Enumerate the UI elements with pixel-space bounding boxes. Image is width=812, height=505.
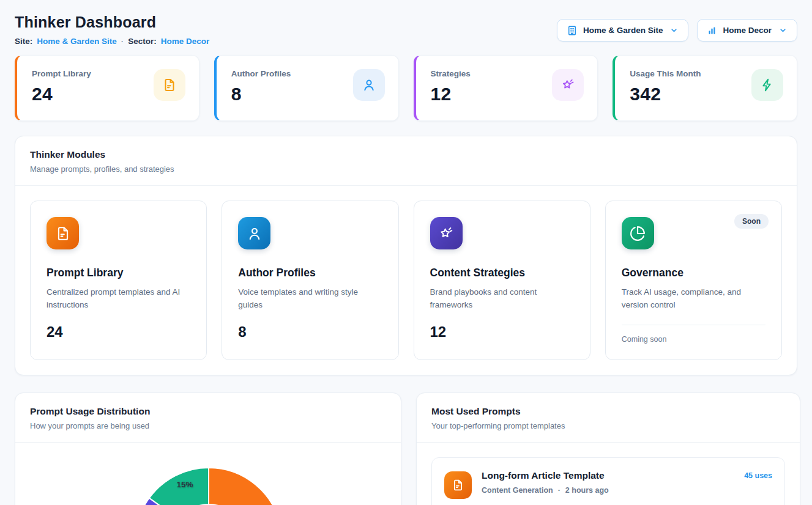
file-icon	[47, 217, 79, 249]
stat-card-usage: Usage This Month 342	[613, 55, 797, 121]
module-title: Content Strategies	[430, 267, 574, 279]
thinker-modules-panel: Thinker Modules Manage prompts, profiles…	[15, 136, 797, 375]
module-title: Prompt Library	[47, 267, 190, 279]
sector-label: Sector:	[128, 37, 157, 46]
modules-grid: Prompt Library Centralized prompt templa…	[15, 186, 797, 375]
module-description: Centralized prompt templates and AI inst…	[47, 286, 190, 312]
site-label: Site:	[15, 37, 32, 46]
most-used-prompts-card: Most Used Prompts Your top-performing pr…	[416, 393, 800, 505]
stat-card-author-profiles: Author Profiles 8	[214, 55, 399, 121]
sector-link[interactable]: Home Decor	[161, 37, 210, 46]
prompt-category: Content Generation	[482, 486, 553, 495]
divider	[622, 325, 765, 325]
module-count: 8	[238, 323, 382, 341]
site-link[interactable]: Home & Garden Site	[37, 37, 117, 46]
bar-chart-icon	[707, 25, 717, 35]
user-icon	[238, 217, 270, 249]
stat-value: 12	[431, 84, 471, 105]
soon-badge: Soon	[734, 214, 769, 229]
meta-separator: ·	[558, 486, 561, 495]
module-title: Author Profiles	[238, 267, 382, 279]
module-description: Voice templates and writing style guides	[238, 286, 382, 312]
header-title-block: Thinker Dashboard Site: Home & Garden Si…	[15, 13, 209, 46]
stats-row: Prompt Library 24 Author Profiles 8 Stra…	[15, 55, 797, 121]
module-description: Brand playbooks and content frameworks	[430, 286, 574, 312]
prompts-card-subtitle: Your top-performing prompt templates	[431, 421, 785, 430]
usage-card-title: Prompt Usage Distribution	[30, 406, 386, 417]
stat-value: 24	[32, 84, 91, 105]
breadcrumb-separator: ·	[121, 37, 124, 46]
prompt-title: Long-form Article Template	[482, 470, 734, 481]
site-selector-label: Home & Garden Site	[583, 26, 663, 35]
star-icon	[552, 69, 584, 101]
usage-distribution-card: Prompt Usage Distribution How your promp…	[15, 393, 401, 505]
breadcrumb: Site: Home & Garden Site · Sector: Home …	[15, 37, 209, 46]
sector-selector-label: Home Decor	[723, 26, 772, 35]
prompt-list-item[interactable]: Long-form Article Template Content Gener…	[431, 457, 785, 505]
module-card-author-profiles[interactable]: Author Profiles Voice templates and writ…	[222, 201, 398, 360]
coming-soon-text: Coming soon	[622, 335, 765, 344]
stat-label: Strategies	[431, 69, 471, 78]
chevron-down-icon	[778, 26, 788, 35]
module-count: 12	[430, 323, 574, 341]
stat-label: Prompt Library	[32, 69, 91, 78]
module-card-content-strategies[interactable]: Content Strategies Brand playbooks and c…	[414, 201, 590, 360]
stat-card-prompt-library: Prompt Library 24	[15, 55, 199, 121]
dashboard-page: Thinker Dashboard Site: Home & Garden Si…	[0, 0, 812, 505]
stat-label: Usage This Month	[630, 69, 701, 78]
donut-chart-area: 15%	[15, 444, 401, 505]
stat-card-strategies: Strategies 12	[414, 55, 598, 121]
file-icon	[444, 471, 472, 499]
zap-icon	[751, 69, 783, 101]
stat-label: Author Profiles	[231, 69, 291, 78]
donut-slice-label: 15%	[170, 480, 199, 489]
page-title: Thinker Dashboard	[15, 13, 209, 31]
prompt-time: 2 hours ago	[565, 486, 609, 495]
stat-value: 8	[231, 84, 291, 105]
page-header: Thinker Dashboard Site: Home & Garden Si…	[15, 13, 797, 46]
module-count: 24	[47, 323, 190, 341]
module-card-governance[interactable]: Soon Governance Track AI usage, complian…	[605, 201, 782, 360]
user-icon	[353, 69, 385, 101]
header-buttons: Home & Garden Site Home Decor	[557, 19, 797, 42]
prompt-uses-badge: 45 uses	[744, 467, 772, 480]
file-icon	[154, 69, 185, 101]
sector-selector-button[interactable]: Home Decor	[697, 19, 797, 42]
prompt-list: Long-form Article Template Content Gener…	[417, 443, 800, 505]
prompt-meta: Content Generation · 2 hours ago	[482, 486, 734, 495]
bottom-row: Prompt Usage Distribution How your promp…	[15, 393, 797, 505]
chevron-down-icon	[669, 26, 679, 35]
modules-section-title: Thinker Modules	[30, 149, 782, 160]
prompts-card-title: Most Used Prompts	[431, 406, 785, 417]
module-card-prompt-library[interactable]: Prompt Library Centralized prompt templa…	[30, 201, 207, 360]
star-icon	[430, 217, 463, 249]
site-selector-button[interactable]: Home & Garden Site	[557, 19, 689, 42]
pie-chart-icon	[622, 217, 654, 249]
module-description: Track AI usage, compliance, and version …	[622, 286, 765, 312]
module-title: Governance	[622, 267, 765, 279]
donut-chart[interactable]	[86, 419, 331, 505]
stat-value: 342	[630, 84, 701, 105]
modules-section-subtitle: Manage prompts, profiles, and strategies	[30, 164, 782, 174]
building-icon	[567, 25, 578, 36]
